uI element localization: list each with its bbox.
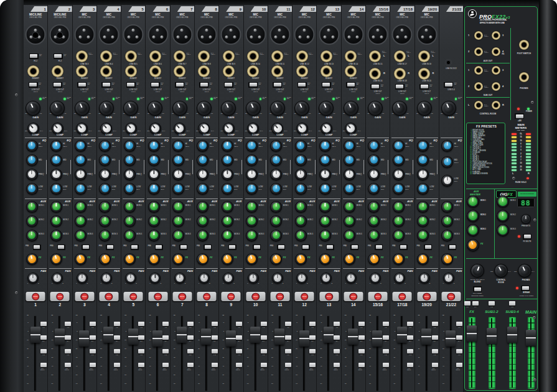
pan-knob[interactable]: [174, 273, 185, 284]
eq-mid-knob[interactable]: [26, 154, 38, 166]
mute-button[interactable]: MUTE: [80, 292, 88, 301]
fader-routing-switch-L-R[interactable]: [358, 349, 365, 353]
pan-knob[interactable]: [345, 273, 357, 284]
fx-send-knob[interactable]: [246, 253, 258, 265]
gain-knob[interactable]: [221, 101, 236, 116]
fader-routing-switch-3-4[interactable]: [285, 335, 291, 340]
aux-mon1-knob[interactable]: [393, 201, 405, 213]
fader-routing-switch-L-R[interactable]: [285, 349, 291, 353]
aux-mon1-knob[interactable]: [441, 201, 453, 213]
fader-routing-switch-1-2[interactable]: [309, 322, 316, 326]
fader-routing-switch-L-R[interactable]: [138, 349, 144, 353]
aux-mon1-knob[interactable]: [50, 201, 62, 213]
aux-mon3-knob[interactable]: [319, 230, 331, 241]
eq-hi-knob[interactable]: [319, 140, 331, 152]
insert-jack[interactable]: [52, 65, 63, 77]
eq-hi-knob[interactable]: [50, 140, 62, 152]
aux-mon2-knob[interactable]: [50, 215, 62, 227]
fx-send-knob[interactable]: [197, 253, 208, 265]
fader-routing-switch-1-2[interactable]: [432, 322, 438, 326]
fader-handle[interactable]: [348, 329, 358, 345]
line-input-jack[interactable]: [223, 50, 235, 62]
fader-handle[interactable]: [152, 330, 162, 347]
line-input-jack[interactable]: [198, 50, 210, 62]
aux-mon3-knob[interactable]: [222, 230, 233, 241]
stereo-mini-input-jack[interactable]: [445, 59, 452, 66]
comp-knob[interactable]: [27, 123, 39, 134]
mute-button[interactable]: MUTE: [350, 292, 358, 301]
pre-switch[interactable]: [228, 245, 236, 250]
gigfx-mon1-knob[interactable]: [497, 195, 509, 208]
eq-mid-knob[interactable]: [222, 154, 233, 166]
mute-button[interactable]: MUTE: [203, 292, 211, 301]
fader-routing-switch-L-R[interactable]: [456, 349, 462, 353]
eq-low-knob[interactable]: [393, 183, 405, 195]
eq-low-knob[interactable]: [26, 183, 38, 195]
mute-button[interactable]: MUTE: [398, 292, 406, 301]
pan-knob[interactable]: [419, 273, 430, 284]
eq-mid-knob[interactable]: [441, 156, 453, 168]
comp-knob[interactable]: [321, 123, 332, 134]
xlr-input-jack[interactable]: [50, 24, 70, 45]
master-fader-handle-MAIN[interactable]: [526, 330, 536, 346]
gain-knob[interactable]: [172, 101, 187, 116]
fader-routing-switch-3-4[interactable]: [236, 335, 242, 340]
hi-z-switch[interactable]: [54, 54, 63, 59]
low-cut-switch[interactable]: [126, 82, 136, 88]
line-input-left-jack[interactable]: [394, 50, 406, 62]
fader-routing-switch-PFL-SOLO[interactable]: [138, 363, 144, 367]
eq-mid-knob[interactable]: [99, 154, 111, 166]
eq-freq-knob[interactable]: [295, 169, 307, 180]
mute-button[interactable]: MUTE: [227, 292, 235, 301]
mute-button[interactable]: MUTE: [105, 292, 113, 301]
low-cut-switch[interactable]: [101, 82, 111, 88]
line-input-jack[interactable]: [296, 50, 308, 62]
aux-master-mon3-knob[interactable]: [467, 224, 479, 236]
eq-low-knob[interactable]: [368, 183, 380, 195]
fader-routing-switch-1-2[interactable]: [456, 322, 462, 326]
xlr-input-jack[interactable]: [172, 24, 192, 45]
fader-routing-switch-3-4[interactable]: [407, 335, 413, 340]
line-input-jack[interactable]: [76, 50, 88, 62]
eq-freq-knob[interactable]: [368, 169, 380, 180]
gain-knob[interactable]: [344, 101, 358, 116]
xlr-input-jack[interactable]: [269, 24, 290, 45]
insert-jack[interactable]: [223, 65, 235, 77]
eq-hi-knob[interactable]: [441, 140, 453, 152]
comp-knob[interactable]: [223, 123, 235, 134]
eq-hi-knob[interactable]: [172, 140, 184, 152]
fader-routing-switch-PFL-SOLO[interactable]: [358, 363, 365, 367]
aux-mon2-knob[interactable]: [270, 215, 282, 227]
mute-button[interactable]: MUTE: [301, 292, 309, 301]
low-cut-switch[interactable]: [297, 82, 307, 88]
low-cut-switch[interactable]: [395, 84, 405, 90]
fader-routing-switch-L-R[interactable]: [432, 349, 438, 353]
fx-send-knob[interactable]: [75, 253, 87, 265]
aux-mon1-knob[interactable]: [270, 201, 282, 213]
eq-low-knob[interactable]: [148, 183, 160, 195]
fader-handle[interactable]: [446, 330, 456, 347]
eq-freq-knob[interactable]: [99, 169, 111, 180]
low-cut-switch[interactable]: [77, 82, 87, 88]
aux-mon2-knob[interactable]: [393, 215, 405, 227]
pan-knob[interactable]: [272, 273, 283, 284]
fx-send-knob[interactable]: [319, 253, 331, 265]
fader-handle[interactable]: [128, 329, 138, 345]
low-cut-switch[interactable]: [346, 82, 355, 88]
fader-routing-switch-1-2[interactable]: [261, 322, 267, 326]
eq-freq-knob[interactable]: [50, 169, 62, 180]
eq-mid-knob[interactable]: [246, 154, 258, 166]
aux-mon1-knob[interactable]: [124, 201, 136, 213]
eq-hi-knob[interactable]: [124, 140, 136, 152]
line-input-jack[interactable]: [247, 50, 259, 62]
insert-jack[interactable]: [321, 65, 332, 77]
mute-button[interactable]: MUTE: [325, 292, 333, 301]
aux-mon3-knob[interactable]: [344, 230, 355, 241]
aux-mon2-knob[interactable]: [26, 215, 38, 227]
insert-jack[interactable]: [345, 65, 357, 77]
fader-handle[interactable]: [324, 327, 334, 343]
eq-hi-knob[interactable]: [197, 140, 208, 152]
fader-handle[interactable]: [30, 327, 40, 343]
aux-mon2-knob[interactable]: [368, 215, 380, 227]
gain-knob[interactable]: [368, 101, 383, 116]
